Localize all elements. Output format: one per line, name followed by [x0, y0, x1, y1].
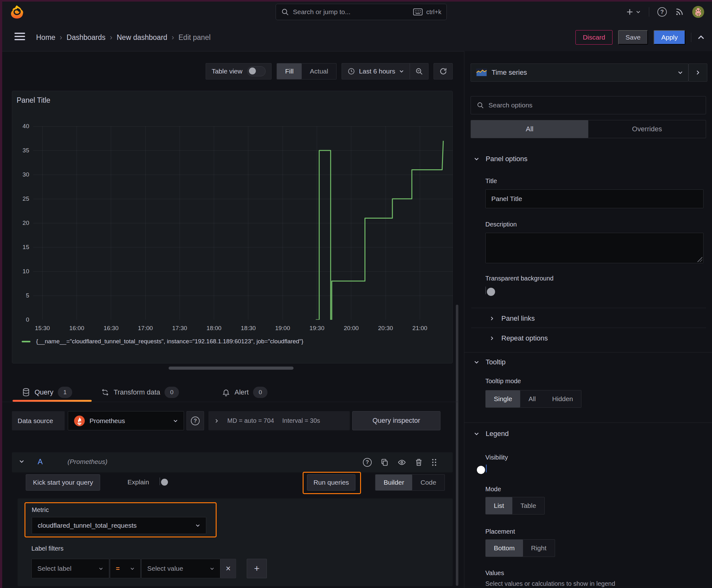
transparent-background-toggle[interactable] — [486, 287, 486, 294]
chevron-right-icon[interactable] — [214, 418, 219, 423]
query-help-icon[interactable]: ? — [363, 458, 372, 467]
grafana-logo-icon[interactable] — [10, 4, 24, 19]
search-shortcut: ctrl+k — [426, 8, 441, 16]
actual-option[interactable]: Actual — [302, 63, 336, 79]
tab-query[interactable]: Query 1 — [22, 383, 72, 402]
tooltip-mode-single[interactable]: Single — [486, 391, 520, 407]
toggle-suggestions-button[interactable] — [688, 63, 707, 82]
legend-heading: Legend — [486, 430, 509, 438]
tooltip-header[interactable]: Tooltip — [474, 358, 506, 366]
search-icon — [281, 8, 289, 16]
repeat-options-header[interactable]: Repeat options — [490, 331, 548, 346]
kick-start-button[interactable]: Kick start your query — [26, 474, 100, 491]
tab-transform[interactable]: Transform data 0 — [101, 383, 179, 402]
x-tick-label: 16:30 — [104, 325, 118, 332]
add-filter-button[interactable]: + — [247, 559, 267, 578]
tooltip-mode-all[interactable]: All — [520, 391, 544, 407]
mega-menu-icon[interactable] — [15, 32, 25, 41]
description-textarea[interactable] — [486, 233, 704, 263]
search-options-input[interactable]: Search options — [471, 96, 706, 114]
remove-filter-button[interactable]: × — [220, 559, 236, 578]
label-filters-label: Label filters — [31, 545, 63, 552]
visualization-picker[interactable]: Time series — [471, 63, 688, 82]
operator-dropdown[interactable]: = — [110, 559, 141, 578]
duplicate-query-icon[interactable] — [381, 458, 389, 466]
breadcrumb-edit-panel: Edit panel — [179, 33, 211, 42]
legend-swatch — [22, 341, 30, 342]
query-inspector-button[interactable]: Query inspector — [352, 411, 440, 430]
select-value-dropdown[interactable]: Select value — [141, 559, 220, 578]
collapse-query-icon[interactable] — [19, 459, 24, 464]
stats-max-datapoints: MD = auto = 704 — [227, 417, 274, 424]
explain-toggle[interactable] — [159, 478, 160, 485]
save-button[interactable]: Save — [618, 30, 648, 45]
breadcrumb-new-dashboard[interactable]: New dashboard — [117, 33, 167, 42]
legend-placement-right[interactable]: Right — [523, 540, 555, 556]
tab-all[interactable]: All — [471, 120, 588, 138]
chevron-down-icon — [636, 9, 641, 15]
code-option[interactable]: Code — [412, 475, 444, 490]
select-label-dropdown[interactable]: Select label — [31, 559, 109, 578]
time-series-chart[interactable] — [33, 126, 453, 320]
legend-visibility-toggle[interactable] — [486, 465, 487, 472]
chart-legend[interactable]: {__name__="cloudflared_tunnel_total_requ… — [22, 338, 303, 345]
chevron-down-icon — [173, 418, 178, 423]
panel-links-header[interactable]: Panel links — [490, 311, 535, 326]
zoom-out-icon[interactable] — [410, 63, 428, 79]
tooltip-mode-hidden[interactable]: Hidden — [544, 391, 581, 407]
x-tick-label: 17:00 — [138, 325, 153, 332]
tab-alert-label: Alert — [235, 388, 249, 396]
legend-placement-bottom[interactable]: Bottom — [486, 540, 523, 556]
breadcrumb-dashboards[interactable]: Dashboards — [67, 33, 106, 42]
panel-options-header[interactable]: Panel options — [474, 155, 527, 163]
query-row-header[interactable]: A (Prometheus) ? — [12, 452, 453, 472]
database-icon — [22, 388, 30, 397]
breadcrumb-home[interactable]: Home — [36, 33, 55, 42]
query-tabs-row: Query 1 Transform data 0 Alert 0 — [0, 383, 459, 402]
legend-header[interactable]: Legend — [474, 430, 509, 438]
help-icon[interactable]: ? — [657, 7, 667, 17]
table-view-toggle[interactable] — [247, 66, 265, 76]
search-placeholder: Search or jump to... — [293, 8, 409, 16]
x-tick-label: 21:00 — [412, 325, 428, 332]
chevron-right-icon — [490, 316, 494, 321]
bell-icon — [222, 388, 230, 396]
collapse-header-icon[interactable] — [697, 33, 705, 41]
datasource-picker[interactable]: Prometheus — [68, 411, 184, 430]
legend-mode-list[interactable]: List — [486, 497, 512, 514]
apply-button[interactable]: Apply — [654, 30, 685, 45]
builder-option[interactable]: Builder — [375, 475, 412, 490]
global-search[interactable]: Search or jump to... ctrl+k — [276, 4, 447, 20]
toggle-visibility-icon[interactable] — [397, 458, 406, 466]
options-sidebar: Time series Search options All Overrides — [464, 51, 712, 588]
chart-series-line — [316, 141, 443, 320]
refresh-button[interactable] — [434, 63, 453, 80]
delete-query-icon[interactable] — [415, 458, 423, 466]
tab-alert[interactable]: Alert 0 — [222, 383, 267, 402]
window-edge-top — [0, 0, 712, 2]
query-editor-toolbar: Kick start your query Explain Run querie… — [0, 51, 459, 59]
tab-overrides[interactable]: Overrides — [588, 120, 706, 138]
add-menu-button[interactable] — [626, 8, 641, 16]
tooltip-mode-segment: Single All Hidden — [486, 390, 581, 408]
datasource-help-button[interactable]: ? — [187, 411, 204, 430]
metric-select[interactable]: cloudflared_tunnel_total_requests — [32, 517, 206, 534]
news-icon[interactable] — [675, 7, 684, 16]
legend-mode-table[interactable]: Table — [512, 497, 544, 514]
chevron-down-icon — [677, 70, 683, 76]
fill-option[interactable]: Fill — [277, 63, 302, 79]
resize-handle-icon[interactable] — [697, 257, 702, 262]
run-queries-button[interactable]: Run queries — [307, 474, 355, 491]
query-ref-id[interactable]: A — [38, 457, 43, 466]
panel-title-input[interactable]: Panel Title — [486, 189, 704, 208]
pane-resize-handle[interactable] — [169, 366, 294, 370]
time-range-picker[interactable]: Last 6 hours — [342, 67, 410, 75]
discard-button[interactable]: Discard — [576, 30, 612, 45]
y-tick-label: 5 — [13, 292, 29, 299]
nav-bar: Home › Dashboards › New dashboard › Edit… — [0, 24, 712, 51]
y-tick-label: 20 — [13, 219, 29, 227]
left-pane-scrollbar[interactable] — [456, 305, 458, 586]
drag-handle-icon[interactable] — [431, 458, 437, 466]
metric-value: cloudflared_tunnel_total_requests — [38, 522, 136, 529]
user-avatar[interactable] — [692, 6, 705, 18]
